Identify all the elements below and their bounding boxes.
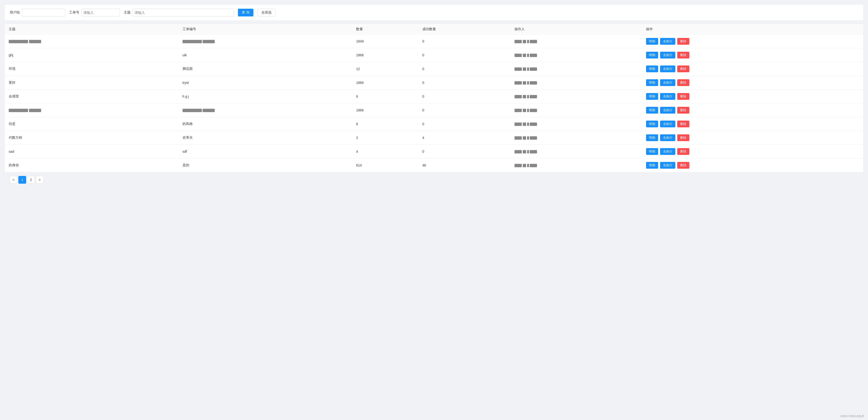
prev-page-button[interactable]: <: [10, 176, 18, 184]
subject-cell: 环境: [5, 62, 179, 76]
col-operator: 操作人: [510, 24, 642, 35]
detail-button[interactable]: 明细: [646, 38, 658, 45]
delete-button[interactable]: 删除: [677, 79, 689, 86]
count-cell: 1866: [352, 76, 418, 90]
usergroup-select[interactable]: [22, 9, 65, 17]
redacted-block: [527, 40, 529, 43]
redacted-block: [530, 54, 537, 57]
count-value: 1866: [356, 53, 364, 57]
delete-button[interactable]: 删除: [677, 52, 689, 59]
execute-button[interactable]: 去执行: [660, 107, 675, 114]
workorder-cell: [179, 103, 352, 117]
execute-button[interactable]: 去执行: [660, 121, 675, 127]
detail-button[interactable]: 明细: [646, 79, 658, 86]
operator-cell: [510, 48, 642, 62]
subject-label: 主题: [124, 10, 130, 15]
subject-cell: 更好: [5, 76, 179, 90]
delete-button[interactable]: 删除: [677, 148, 689, 155]
success-cell: 0: [418, 117, 510, 131]
workorder-input[interactable]: [81, 9, 120, 17]
delete-button[interactable]: 删除: [677, 107, 689, 114]
workorder-label: 工单号: [69, 10, 79, 15]
detail-button[interactable]: 明细: [646, 93, 658, 100]
success-cell: 46: [418, 159, 510, 172]
success-cell: 0: [418, 103, 510, 117]
workorder-value: 是的: [183, 163, 189, 167]
subject-value: 的身份: [9, 163, 19, 167]
subject-value: 代数方程: [9, 136, 22, 139]
execute-button[interactable]: 去执行: [660, 38, 675, 45]
operator-cell: [510, 35, 642, 48]
success-cell: 4: [418, 131, 510, 145]
execute-button[interactable]: 去执行: [660, 134, 675, 141]
count-cell: 1849: [352, 35, 418, 48]
table-row: 1866 0 明细 去执行 删除: [5, 103, 863, 117]
clear-filter-button[interactable]: 去筛选: [257, 9, 276, 17]
redacted-block: [527, 95, 529, 98]
col-subject: 主题: [5, 24, 179, 35]
count-cell: 614: [352, 159, 418, 172]
workorder-filter: 工单号: [69, 9, 120, 17]
redacted-block: [515, 109, 522, 112]
table-header: 主题 工单编号 数量 成功数量 操作人 操作: [5, 24, 863, 35]
operator-cell: [510, 145, 642, 159]
next-page-button[interactable]: >: [36, 176, 43, 184]
redacted-block: [515, 40, 522, 43]
subject-value: ghj: [9, 53, 13, 57]
table-row: 1849 0 明细 去执行 删除: [5, 35, 863, 48]
execute-button[interactable]: 去执行: [660, 148, 675, 155]
success-cell: 0: [418, 48, 510, 62]
detail-button[interactable]: 明细: [646, 162, 658, 169]
workorder-cell: 史蒂夫: [179, 131, 352, 145]
table-row: ghj uik 1866 0 明细 去执行 删除: [5, 48, 863, 62]
delete-button[interactable]: 删除: [677, 134, 689, 141]
page-1-button[interactable]: 1: [19, 176, 26, 184]
query-button[interactable]: 查 询: [238, 9, 253, 17]
data-table: 主题 工单编号 数量 成功数量 操作人 操作 1849 0 明细 去执行: [5, 24, 863, 172]
redacted-block: [523, 123, 526, 126]
execute-button[interactable]: 去执行: [660, 79, 675, 86]
table-row: 代数方程 史蒂夫 2 4 明细 去执行 删除: [5, 131, 863, 145]
detail-button[interactable]: 明细: [646, 52, 658, 59]
redacted-block: [515, 67, 522, 71]
actions-cell: 明细 去执行 删除: [642, 62, 863, 76]
count-cell: 4: [352, 145, 418, 159]
redacted-block: [523, 150, 526, 154]
delete-button[interactable]: 删除: [677, 38, 689, 45]
redacted-block: [530, 81, 537, 85]
delete-button[interactable]: 删除: [677, 121, 689, 127]
subject-input[interactable]: [132, 9, 234, 17]
redacted-block: [203, 40, 215, 43]
subject-value: 但是: [9, 122, 16, 126]
count-value: 6: [356, 122, 358, 126]
pagination: < 1 2 >: [5, 172, 863, 188]
workorder-cell: 脚后跟: [179, 62, 352, 76]
subject-cell: [5, 35, 179, 48]
execute-button[interactable]: 去执行: [660, 65, 675, 72]
redacted-block: [530, 109, 537, 112]
execute-button[interactable]: 去执行: [660, 52, 675, 59]
table-row: 会感觉 h g j 6 0 明细 去执行 删除: [5, 90, 863, 103]
count-value: 2: [356, 136, 358, 140]
execute-button[interactable]: 去执行: [660, 93, 675, 100]
page-2-button[interactable]: 2: [27, 176, 35, 184]
delete-button[interactable]: 删除: [677, 93, 689, 100]
execute-button[interactable]: 去执行: [660, 162, 675, 169]
table-row: 但是 的风格 6 0 明细 去执行 删除: [5, 117, 863, 131]
redacted-block: [530, 40, 537, 43]
detail-button[interactable]: 明细: [646, 134, 658, 141]
detail-button[interactable]: 明细: [646, 121, 658, 127]
redacted-block: [530, 150, 537, 154]
detail-button[interactable]: 明细: [646, 148, 658, 155]
delete-button[interactable]: 删除: [677, 162, 689, 169]
count-cell: 1866: [352, 48, 418, 62]
workorder-cell: tryst: [179, 76, 352, 90]
detail-button[interactable]: 明细: [646, 107, 658, 114]
delete-button[interactable]: 删除: [677, 65, 689, 72]
detail-button[interactable]: 明细: [646, 65, 658, 72]
redacted-block: [527, 123, 529, 126]
subject-cell: sad: [5, 145, 179, 159]
operator-cell: [510, 131, 642, 145]
workorder-value: 史蒂夫: [183, 136, 193, 139]
redacted-block: [183, 40, 202, 43]
